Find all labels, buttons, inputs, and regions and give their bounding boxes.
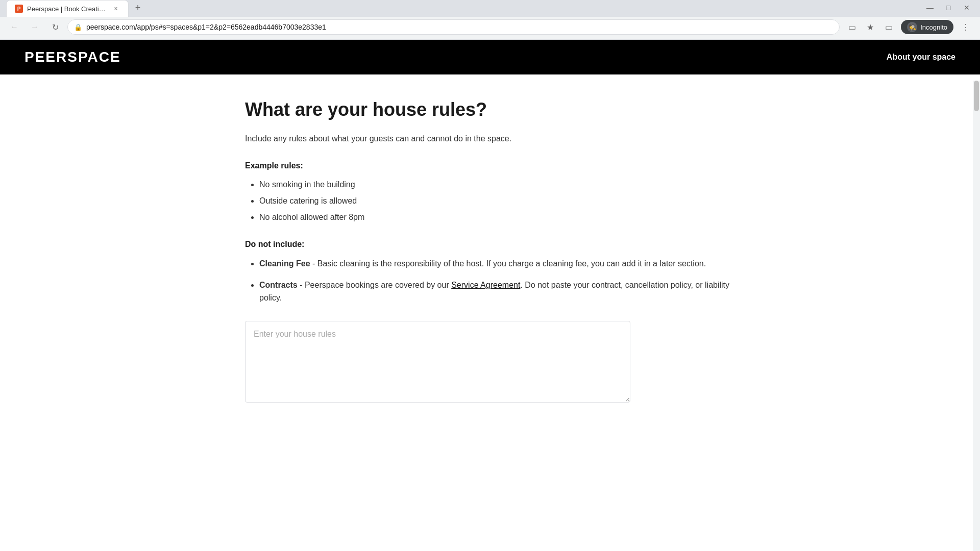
- menu-icon[interactable]: ⋮: [958, 19, 974, 35]
- maximize-button[interactable]: □: [941, 1, 955, 15]
- site-logo[interactable]: PEERSPACE: [24, 49, 121, 65]
- service-agreement-link[interactable]: Service Agreement: [451, 281, 520, 289]
- contracts-text-before: - Peerspace bookings are covered by our: [298, 281, 452, 289]
- toolbar-icons: ▭ ★ ▭: [844, 19, 897, 35]
- tab-close-button[interactable]: ×: [112, 5, 120, 13]
- incognito-icon: 🕵: [907, 22, 917, 32]
- tab-bar: P Peerspace | Book Creative Space × + — …: [0, 0, 980, 17]
- incognito-badge[interactable]: 🕵 Incognito: [901, 20, 953, 34]
- scrollbar-track[interactable]: [973, 81, 980, 551]
- tab-title: Peerspace | Book Creative Space: [27, 5, 108, 13]
- address-bar[interactable]: 🔒 peerspace.com/app/ps#s=spaces&p1=2&p2=…: [67, 19, 840, 35]
- list-item: No alcohol allowed after 8pm: [259, 211, 735, 223]
- address-bar-row: ← → ↻ 🔒 peerspace.com/app/ps#s=spaces&p1…: [0, 17, 980, 39]
- minimize-button[interactable]: —: [923, 1, 937, 15]
- profile-icon[interactable]: ▭: [880, 19, 897, 35]
- browser-tab-active[interactable]: P Peerspace | Book Creative Space ×: [6, 0, 129, 17]
- forward-button[interactable]: →: [27, 19, 43, 35]
- site-header: PEERSPACE About your space: [0, 40, 980, 74]
- do-not-include-list: Cleaning Fee - Basic cleaning is the res…: [245, 257, 735, 305]
- contracts-bold: Contracts: [259, 281, 298, 289]
- list-item: No smoking in the building: [259, 179, 735, 191]
- list-item: Contracts - Peerspace bookings are cover…: [259, 279, 735, 305]
- list-item: Outside catering is allowed: [259, 195, 735, 207]
- incognito-label: Incognito: [920, 23, 947, 31]
- url-text: peerspace.com/app/ps#s=spaces&p1=2&p2=65…: [86, 23, 833, 31]
- browser-chrome: P Peerspace | Book Creative Space × + — …: [0, 0, 980, 40]
- reload-button[interactable]: ↻: [47, 19, 63, 35]
- main-content: What are your house rules? Include any r…: [0, 74, 980, 427]
- example-rules-list: No smoking in the building Outside cater…: [245, 179, 735, 223]
- example-rules-label: Example rules:: [245, 161, 735, 170]
- page-subtitle: Include any rules about what your guests…: [245, 133, 735, 145]
- window-controls: — □ ✕: [923, 1, 974, 15]
- page-title: What are your house rules?: [245, 99, 735, 120]
- new-tab-button[interactable]: +: [131, 1, 145, 15]
- close-window-button[interactable]: ✕: [960, 1, 974, 15]
- scrollbar-thumb[interactable]: [974, 81, 979, 111]
- tab-favicon: P: [15, 5, 23, 13]
- bookmark-icon[interactable]: ★: [862, 19, 878, 35]
- do-not-include-label: Do not include:: [245, 240, 735, 249]
- cleaning-fee-text: - Basic cleaning is the responsibility o…: [310, 259, 706, 268]
- cast-icon[interactable]: ▭: [844, 19, 860, 35]
- list-item: Cleaning Fee - Basic cleaning is the res…: [259, 257, 735, 270]
- page-content-wrapper: What are your house rules? Include any r…: [245, 74, 735, 427]
- back-button[interactable]: ←: [6, 19, 22, 35]
- house-rules-textarea[interactable]: [245, 321, 630, 403]
- about-your-space-link[interactable]: About your space: [887, 53, 955, 62]
- cleaning-fee-bold: Cleaning Fee: [259, 259, 310, 268]
- lock-icon: 🔒: [74, 23, 82, 31]
